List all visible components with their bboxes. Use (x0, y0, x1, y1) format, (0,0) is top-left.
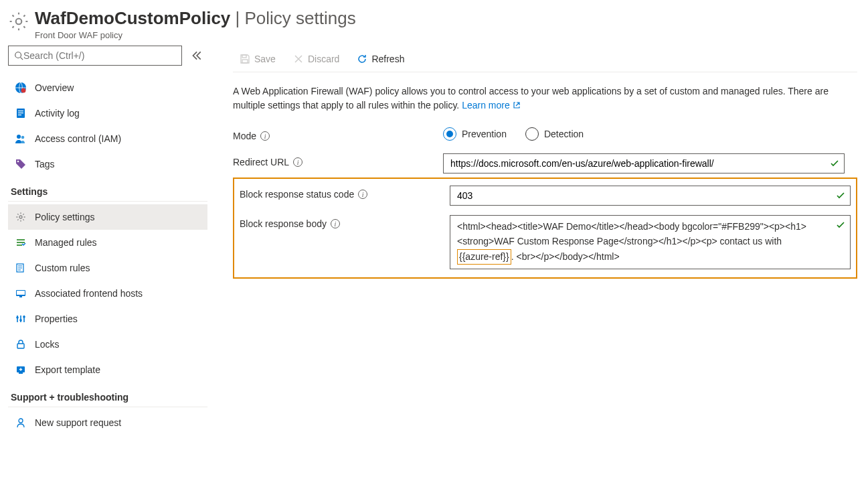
search-icon (14, 51, 23, 60)
discard-button[interactable]: Discard (286, 50, 346, 68)
sidebar-section-settings: Settings (8, 177, 207, 202)
svg-point-17 (19, 319, 22, 322)
tag-icon (15, 158, 27, 170)
response-body-row: Block response body i <html><head><title… (240, 215, 851, 269)
frontend-hosts-icon (15, 287, 27, 299)
page-title: WafDemoCustomPolicy | Policy settings (35, 8, 857, 29)
sidebar-item-label: New support request (35, 417, 121, 428)
svg-point-3 (21, 88, 26, 93)
mode-detection-radio[interactable]: Detection (525, 127, 584, 141)
discard-label: Discard (308, 54, 339, 64)
sidebar-item-managed-rules[interactable]: Managed rules (8, 230, 207, 255)
sidebar-item-activity-log[interactable]: Activity log (8, 100, 207, 126)
sidebar-item-label: Locks (35, 339, 60, 350)
redirect-url-input[interactable] (444, 154, 844, 173)
radio-label: Detection (544, 129, 584, 139)
sidebar-item-tags[interactable]: Tags (8, 151, 207, 177)
svg-point-1 (15, 52, 21, 58)
log-icon (15, 107, 27, 119)
managed-rules-icon (15, 236, 27, 249)
page-subtitle: Front Door WAF policy (35, 30, 857, 40)
highlighted-section: Block response status code i Block respo… (233, 178, 857, 279)
sidebar-item-support-request[interactable]: New support request (8, 410, 207, 435)
sidebar-item-custom-rules[interactable]: Custom rules (8, 255, 207, 281)
mode-label: Mode i (233, 127, 443, 141)
check-icon (835, 220, 846, 230)
svg-rect-15 (19, 296, 22, 297)
info-icon[interactable]: i (331, 219, 340, 228)
status-code-label: Block response status code i (240, 186, 450, 200)
globe-icon (15, 82, 27, 94)
export-icon (15, 364, 27, 376)
svg-point-0 (16, 19, 22, 25)
people-icon (15, 133, 27, 145)
svg-rect-6 (18, 113, 23, 113)
sidebar-item-label: Managed rules (35, 237, 97, 248)
info-icon[interactable]: i (260, 131, 270, 141)
refresh-icon (357, 54, 367, 64)
info-icon[interactable]: i (293, 157, 302, 167)
svg-point-11 (19, 216, 22, 218)
svg-rect-23 (242, 55, 246, 58)
sidebar-section-support: Support + troubleshooting (8, 382, 207, 407)
lock-icon (15, 338, 27, 350)
status-code-row: Block response status code i (240, 186, 851, 206)
intro-text: A Web Application Firewall (WAF) policy … (233, 84, 849, 113)
redirect-url-row: Redirect URL i (233, 153, 857, 173)
svg-rect-7 (18, 115, 21, 115)
refresh-button[interactable]: Refresh (350, 50, 411, 68)
check-icon (835, 190, 846, 201)
properties-icon (15, 313, 27, 325)
svg-point-18 (23, 315, 25, 318)
svg-point-8 (17, 135, 21, 139)
learn-more-link[interactable]: Learn more (462, 100, 520, 111)
svg-rect-19 (17, 344, 24, 348)
response-body-input[interactable]: <html><head><title>WAF Demo</title></hea… (450, 215, 851, 269)
sidebar-item-label: Export template (35, 364, 100, 375)
sidebar-item-label: Associated frontend hosts (35, 288, 143, 299)
refresh-label: Refresh (371, 54, 404, 64)
gear-icon (15, 211, 27, 223)
radio-label: Prevention (462, 129, 507, 139)
sidebar-item-label: Properties (35, 313, 78, 324)
response-body-text: <html><head><title>WAF Demo</title></hea… (450, 216, 850, 269)
support-icon (15, 417, 27, 429)
sidebar-item-label: Custom rules (35, 263, 90, 273)
collapse-sidebar-icon[interactable] (190, 50, 202, 62)
redirect-url-label: Redirect URL i (233, 153, 443, 167)
gear-icon (8, 11, 29, 32)
sidebar-item-overview[interactable]: Overview (8, 75, 207, 100)
sidebar-item-label: Overview (35, 82, 74, 93)
sidebar-search[interactable] (8, 46, 182, 66)
main-content: Save Discard Refresh A Web Application F… (214, 46, 857, 435)
svg-rect-5 (18, 111, 23, 111)
external-link-icon (513, 101, 521, 109)
sidebar-item-policy-settings[interactable]: Policy settings (8, 204, 207, 230)
check-icon (829, 158, 840, 169)
sidebar-item-label: Policy settings (35, 212, 94, 222)
page-header: WafDemoCustomPolicy | Policy settings Fr… (0, 0, 868, 46)
sidebar-item-frontend-hosts[interactable]: Associated frontend hosts (8, 281, 207, 306)
sidebar: Overview Activity log Access control (IA… (8, 46, 214, 435)
svg-point-22 (19, 419, 23, 423)
discard-icon (293, 54, 304, 64)
status-code-input[interactable] (450, 186, 850, 205)
mode-prevention-radio[interactable]: Prevention (443, 127, 507, 141)
svg-rect-14 (17, 291, 25, 295)
search-input[interactable] (23, 50, 176, 61)
mode-row: Mode i Prevention Detection (233, 127, 857, 141)
sidebar-item-locks[interactable]: Locks (8, 332, 207, 357)
svg-rect-24 (242, 60, 248, 63)
sidebar-item-export-template[interactable]: Export template (8, 357, 207, 382)
custom-rules-icon (15, 262, 27, 274)
svg-point-9 (21, 136, 25, 139)
sidebar-item-properties[interactable]: Properties (8, 306, 207, 332)
sidebar-item-label: Access control (IAM) (35, 133, 121, 144)
info-icon[interactable]: i (358, 190, 367, 199)
azure-ref-placeholder: {{azure-ref}} (457, 249, 511, 265)
toolbar: Save Discard Refresh (233, 46, 857, 72)
save-label: Save (254, 54, 276, 64)
svg-point-10 (17, 161, 19, 163)
sidebar-item-access-control[interactable]: Access control (IAM) (8, 126, 207, 151)
save-button[interactable]: Save (233, 50, 282, 68)
